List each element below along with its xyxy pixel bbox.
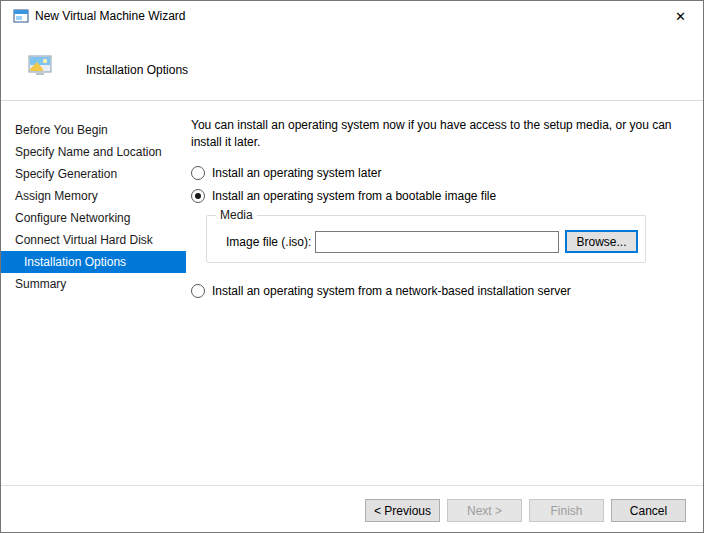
radio-option-install-from-image[interactable]: Install an operating system from a boota… — [191, 189, 695, 203]
sidebar-item-specify-name-and-location[interactable]: Specify Name and Location — [1, 141, 186, 163]
image-file-row: Image file (.iso): Browse... — [226, 230, 645, 253]
radio-label: Install an operating system from a boota… — [212, 189, 496, 203]
radio-option-install-from-network[interactable]: Install an operating system from a netwo… — [191, 284, 695, 298]
sidebar-item-connect-virtual-hard-disk[interactable]: Connect Virtual Hard Disk — [1, 229, 186, 251]
radio-icon-checked[interactable] — [191, 189, 205, 203]
media-group: Media Image file (.iso): Browse... — [206, 215, 646, 263]
browse-button[interactable]: Browse... — [565, 230, 638, 253]
sidebar-item-assign-memory[interactable]: Assign Memory — [1, 185, 186, 207]
media-group-title: Media — [216, 208, 257, 222]
wizard-header: Installation Options — [1, 31, 703, 100]
image-file-input[interactable] — [315, 231, 559, 253]
intro-text: You can install an operating system now … — [191, 117, 696, 151]
page-content: You can install an operating system now … — [191, 101, 695, 485]
radio-option-install-later[interactable]: Install an operating system later — [191, 166, 695, 180]
wizard-window: New Virtual Machine Wizard ✕ Installatio… — [0, 0, 704, 533]
previous-button[interactable]: < Previous — [365, 499, 440, 522]
wizard-app-icon — [13, 8, 29, 24]
page-title: Installation Options — [86, 63, 188, 77]
wizard-steps-sidebar: Before You Begin Specify Name and Locati… — [1, 101, 186, 485]
sidebar-item-installation-options[interactable]: Installation Options — [1, 251, 186, 273]
installation-options-page-icon — [28, 55, 52, 77]
cancel-button[interactable]: Cancel — [611, 499, 686, 522]
title-bar: New Virtual Machine Wizard ✕ — [1, 1, 703, 31]
close-button[interactable]: ✕ — [658, 1, 703, 31]
window-title: New Virtual Machine Wizard — [35, 9, 186, 23]
footer-button-row: < Previous Next > Finish Cancel — [1, 499, 686, 522]
footer-divider — [1, 485, 703, 486]
radio-label: Install an operating system from a netwo… — [212, 284, 571, 298]
image-file-label: Image file (.iso): — [226, 235, 315, 249]
finish-button[interactable]: Finish — [529, 499, 604, 522]
sidebar-item-configure-networking[interactable]: Configure Networking — [1, 207, 186, 229]
sidebar-item-before-you-begin[interactable]: Before You Begin — [1, 119, 186, 141]
radio-label: Install an operating system later — [212, 166, 381, 180]
radio-icon[interactable] — [191, 166, 205, 180]
sidebar-item-specify-generation[interactable]: Specify Generation — [1, 163, 186, 185]
radio-icon[interactable] — [191, 284, 205, 298]
sidebar-item-summary[interactable]: Summary — [1, 273, 186, 295]
next-button[interactable]: Next > — [447, 499, 522, 522]
